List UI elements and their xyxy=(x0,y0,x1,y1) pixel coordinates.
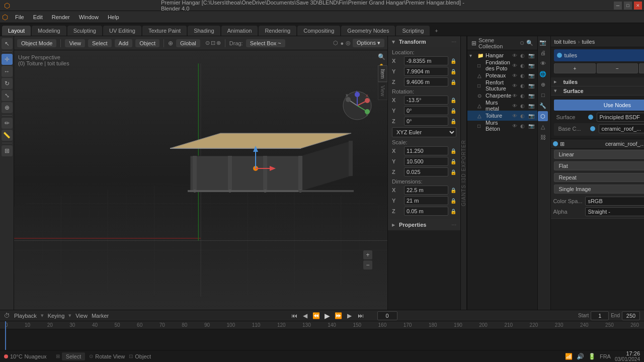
renfort-hide-icon[interactable]: ◐ xyxy=(520,83,527,88)
menu-file[interactable]: File xyxy=(11,13,28,21)
tab-uv-editing[interactable]: UV Editing xyxy=(103,26,141,36)
material-props-tab[interactable]: ⬡ xyxy=(538,111,548,121)
transform-section-header[interactable]: ▾ Transform ⋯ xyxy=(388,36,460,47)
modifier-props-tab[interactable]: 🔧 xyxy=(538,101,548,111)
navigation-gizmo[interactable]: X X Y Z xyxy=(342,90,372,121)
toolbar-rotate-icon[interactable]: ↻ xyxy=(2,78,13,89)
scale-x-value[interactable]: 11.250 xyxy=(404,146,448,155)
view-tab[interactable]: View xyxy=(378,82,387,100)
surface-section-header[interactable]: ▾ Surface ⋯ xyxy=(551,86,644,96)
murs-beton-hide-icon[interactable]: ◐ xyxy=(520,123,527,129)
charpente-vis-icon[interactable]: 👁 xyxy=(512,93,519,99)
step-back-button[interactable]: ◀ xyxy=(301,311,310,320)
add-workspace-button[interactable]: + xyxy=(431,26,442,36)
toolbar-move-icon[interactable]: ↔ xyxy=(2,66,13,77)
render-props-tab[interactable]: 📷 xyxy=(538,37,548,47)
zoom-in-button[interactable]: + xyxy=(363,250,372,259)
playback-menu[interactable]: Playback xyxy=(14,313,37,319)
outliner-item-fondation[interactable]: □ Fondation des Poto 👁 ◐ 📷 xyxy=(467,60,537,70)
renfort-vis-icon[interactable]: 👁 xyxy=(512,83,519,88)
toolbar-annotate-icon[interactable]: ✏ xyxy=(2,118,13,129)
murs-beton-vis-icon[interactable]: 👁 xyxy=(512,123,519,129)
outliner-filter-icon[interactable]: ⊙ xyxy=(520,40,524,46)
murs-metal-render-icon[interactable]: 📷 xyxy=(528,103,535,109)
tab-compositing[interactable]: Compositing xyxy=(297,26,340,36)
outliner-item-hangar[interactable]: ▾ 📁 Hangar 👁 ◐ 📷 xyxy=(467,50,537,60)
toolbar-transform-icon[interactable]: ⊕ xyxy=(2,102,13,113)
poteaux-hide-icon[interactable]: ◐ xyxy=(520,73,527,78)
menu-render[interactable]: Render xyxy=(48,13,74,21)
tab-rendering[interactable]: Rendering xyxy=(259,26,296,36)
loc-z-lock-icon[interactable]: 🔒 xyxy=(450,79,456,85)
properties-section-header[interactable]: ▸ Properties ⋯ xyxy=(388,219,460,230)
fondation-hide-icon[interactable]: ◐ xyxy=(520,63,527,68)
dim-x-value[interactable]: 22.5 m xyxy=(404,186,448,195)
surface-shader-value[interactable]: Principled BSDF xyxy=(597,113,644,122)
object-menu[interactable]: Object xyxy=(135,39,159,47)
poteaux-render-icon[interactable]: 📷 xyxy=(528,73,535,78)
hangar-vis-icon[interactable]: 👁 xyxy=(512,53,519,58)
object-props-tab[interactable]: □ xyxy=(538,90,548,100)
fondation-vis-icon[interactable]: 👁 xyxy=(512,63,519,68)
add-menu[interactable]: Add xyxy=(115,39,133,47)
poteaux-vis-icon[interactable]: 👁 xyxy=(512,73,519,78)
select-label[interactable]: Select xyxy=(62,352,86,360)
toiture-vis-icon[interactable]: 👁 xyxy=(512,113,519,119)
color-space-value[interactable]: sRGB xyxy=(585,197,644,206)
menu-window[interactable]: Window xyxy=(75,13,103,21)
toolbar-select-icon[interactable]: ↖ xyxy=(2,38,13,49)
renfort-render-icon[interactable]: 📷 xyxy=(528,83,535,88)
scene-props-tab[interactable]: 🌐 xyxy=(538,69,548,79)
view-props-tab[interactable]: 👁 xyxy=(538,58,548,68)
world-props-tab[interactable]: ⊕ xyxy=(538,79,548,89)
tab-shading[interactable]: Shading xyxy=(188,26,220,36)
outliner-item-charpente[interactable]: ⊙ Charpente 👁 ◐ 📷 xyxy=(467,90,537,101)
output-props-tab[interactable]: 🖨 xyxy=(538,48,548,58)
charpente-hide-icon[interactable]: ◐ xyxy=(520,93,527,99)
loc-y-value[interactable]: 7.9904 m xyxy=(404,67,448,76)
rot-x-value[interactable]: -13.5° xyxy=(404,96,448,105)
use-nodes-button[interactable]: Use Nodes xyxy=(554,100,644,111)
menu-help[interactable]: Help xyxy=(104,13,123,21)
viewport-solid-icon[interactable]: ● xyxy=(340,40,344,46)
hangar-render-icon[interactable]: 📷 xyxy=(528,53,535,58)
preview-section-header[interactable]: ▸ tuiles xyxy=(551,77,644,86)
texture-name[interactable]: ceramic_roof_... xyxy=(605,141,644,147)
jump-start-button[interactable]: ⏮ xyxy=(290,311,299,320)
orientation-dropdown[interactable]: Global xyxy=(176,39,200,47)
loc-y-lock-icon[interactable]: 🔒 xyxy=(450,69,456,74)
outliner-item-murs-metal[interactable]: △ Murs metal 👁 ◐ 📷 xyxy=(467,101,537,111)
base-color-mat-value[interactable]: ceramic_roof_... xyxy=(599,124,644,133)
jump-end-button[interactable]: ⏭ xyxy=(356,311,365,320)
murs-metal-hide-icon[interactable]: ◐ xyxy=(520,103,527,109)
breadcrumb-mat[interactable]: tuiles xyxy=(582,39,595,45)
timeline-view-menu[interactable]: View xyxy=(75,313,88,319)
3d-viewport[interactable]: User Perspective (0) Toiture | toit tuil… xyxy=(14,50,387,310)
jump-back-button[interactable]: ⏪ xyxy=(312,311,321,320)
interpolation-dropdown[interactable]: Linear xyxy=(554,150,644,159)
zoom-out-button[interactable]: − xyxy=(363,260,372,269)
viewport-render-icon[interactable]: ◎ xyxy=(346,40,351,46)
rot-z-value[interactable]: 0° xyxy=(404,117,448,126)
toolbar-scale-icon[interactable]: ⤡ xyxy=(2,90,13,101)
data-props-tab[interactable]: △ xyxy=(538,122,548,132)
loc-x-lock-icon[interactable]: 🔒 xyxy=(450,58,456,64)
source-dropdown[interactable]: Single Image xyxy=(554,185,644,194)
global-orientation-icon[interactable]: ⊕ xyxy=(168,40,173,47)
dim-z-value[interactable]: 0.05 m xyxy=(404,207,448,216)
outliner-item-murs-beton[interactable]: □ Murs Béton 👁 ◐ 📷 xyxy=(467,121,537,131)
menu-edit[interactable]: Edit xyxy=(29,13,47,21)
view-menu[interactable]: View xyxy=(65,39,85,47)
toolbar-measure-icon[interactable]: 📏 xyxy=(2,130,13,141)
browse-material-button[interactable]: ▾ xyxy=(639,63,644,73)
loc-x-value[interactable]: -9.8355 m xyxy=(404,56,448,65)
tab-sculpting[interactable]: Sculpting xyxy=(67,26,102,36)
jump-forward-button[interactable]: ⏩ xyxy=(334,311,343,320)
timeline-ruler[interactable]: 0 10 20 30 40 50 60 70 80 90 100 110 120… xyxy=(0,321,644,350)
outliner-search-icon[interactable]: 🔍 xyxy=(526,40,533,46)
alpha-value[interactable]: Straight - xyxy=(585,207,644,216)
current-frame-input[interactable]: 0 xyxy=(377,311,397,320)
props-options-icon[interactable]: ⋯ xyxy=(451,222,456,228)
end-frame-input[interactable]: 250 xyxy=(622,311,640,320)
constraint-props-tab[interactable]: ⛓ xyxy=(538,132,548,142)
